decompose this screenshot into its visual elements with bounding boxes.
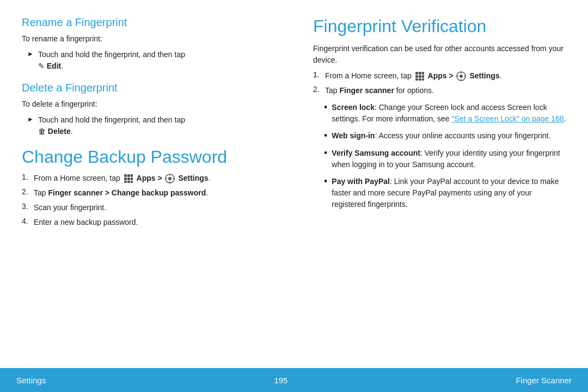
edit-icon: ✎ [38, 62, 45, 70]
change-backup-section: Change Backup Password 1. From a Home sc… [22, 147, 275, 228]
footer-right: Finger Scanner [516, 376, 572, 385]
svg-rect-3 [124, 177, 127, 180]
fp-step1-settings: Settings [469, 71, 499, 80]
rename-bullet: ► Touch and hold the fingerprint, and th… [27, 49, 275, 72]
svg-point-25 [460, 75, 463, 78]
step1-apps: Apps > [137, 174, 162, 182]
change-step-4: 4. Enter a new backup password. [22, 217, 275, 228]
svg-rect-20 [422, 75, 424, 78]
dot-icon-2: • [324, 130, 327, 142]
delete-intro: To delete a fingerprint: [22, 99, 275, 110]
right-column: Fingerprint Verification Fingerprint ver… [308, 16, 566, 335]
fingerprint-intro: Fingerprint verification can be used for… [313, 43, 566, 66]
svg-rect-4 [127, 177, 130, 180]
delete-title: Delete a Fingerprint [22, 82, 275, 94]
settings-icon [165, 174, 175, 183]
svg-rect-7 [127, 181, 130, 183]
rename-bullet-text: Touch and hold the fingerprint, and then… [38, 50, 185, 59]
svg-rect-0 [124, 174, 127, 177]
svg-rect-17 [422, 72, 424, 75]
step1-suffix: . [209, 174, 211, 182]
trash-icon: 🗑 [38, 127, 46, 136]
change-step-1: 1. From a Home screen, tap [22, 173, 275, 184]
apps-icon [124, 174, 133, 183]
delete-bullet: ► Touch and hold the fingerprint, and th… [27, 114, 275, 137]
svg-rect-19 [419, 75, 421, 78]
step1-settings: Settings [178, 174, 208, 182]
step2-text: Finger scanner > Change backup password [48, 188, 206, 197]
screen-lock-link[interactable]: "Set a Screen Lock" on page 168 [452, 114, 564, 123]
svg-rect-21 [415, 78, 418, 81]
fp-step1-apps: Apps > [428, 71, 454, 80]
footer-page-number: 195 [274, 376, 287, 385]
bullet-samsung-account: • Verify Samsung account: Verify your id… [324, 148, 566, 170]
rename-section: Rename a Fingerprint To rename a fingerp… [22, 16, 275, 72]
web-signin-label: Web sign-in [332, 131, 375, 140]
change-step-3: 3. Scan your fingerprint. [22, 202, 275, 213]
svg-rect-16 [419, 72, 421, 75]
fp-apps-icon [415, 71, 425, 81]
svg-rect-23 [422, 78, 424, 81]
dot-icon-4: • [324, 176, 327, 188]
samsung-account-label: Verify Samsung account [332, 149, 420, 157]
change-backup-title: Change Backup Password [22, 147, 275, 167]
delete-bullet-text: Touch and hold the fingerprint, and then… [38, 115, 185, 124]
fp-step1-suffix: . [500, 71, 502, 80]
rename-intro: To rename a fingerprint: [22, 33, 275, 45]
svg-rect-8 [131, 181, 133, 183]
fp-step-2: 2. Tap Finger scanner for options. [313, 85, 566, 96]
delete-section: Delete a Fingerprint To delete a fingerp… [22, 82, 275, 137]
svg-rect-6 [124, 181, 127, 183]
fp-step2-text: Finger scanner [339, 86, 394, 95]
edit-label: Edit [47, 62, 61, 70]
step4-text: Enter a new backup password. [34, 217, 138, 228]
fp-step-1: 1. From a Home screen, tap Apps > [313, 70, 566, 82]
bullet-web-signin: • Web sign-in: Access your online accoun… [324, 130, 566, 142]
fp-step1-prefix: From a Home screen, tap [325, 71, 412, 80]
svg-rect-15 [415, 72, 418, 75]
dot-icon-1: • [324, 102, 327, 114]
svg-rect-2 [131, 174, 133, 177]
svg-rect-5 [131, 177, 133, 180]
svg-rect-22 [419, 78, 421, 81]
fingerprint-verification-title: Fingerprint Verification [313, 16, 566, 36]
footer-left: Settings [16, 376, 46, 385]
arrow-icon: ► [27, 50, 34, 58]
arrow-icon-2: ► [27, 115, 34, 123]
step3-text: Scan your fingerprint. [34, 202, 106, 213]
delete-label: Delete [48, 127, 71, 136]
svg-rect-18 [415, 75, 418, 78]
change-step-2: 2. Tap Finger scanner > Change backup pa… [22, 187, 275, 199]
svg-rect-1 [127, 174, 130, 177]
bullet-screen-lock: • Screen lock: Change your Screen lock a… [324, 102, 566, 125]
fp-settings-icon [456, 71, 466, 81]
screen-lock-label: Screen lock [332, 103, 375, 112]
left-column: Rename a Fingerprint To rename a fingerp… [22, 16, 286, 335]
rename-title: Rename a Fingerprint [22, 16, 275, 29]
footer-bar: Settings 195 Finger Scanner [0, 368, 588, 392]
bullet-paypal: • Pay with PayPal: Link your PayPal acco… [324, 176, 566, 210]
svg-point-10 [168, 177, 171, 180]
step1-prefix: From a Home screen, tap [34, 174, 120, 182]
dot-icon-3: • [324, 148, 327, 160]
paypal-label: Pay with PayPal [332, 177, 390, 186]
fp-bullet-list: • Screen lock: Change your Screen lock a… [324, 102, 566, 210]
